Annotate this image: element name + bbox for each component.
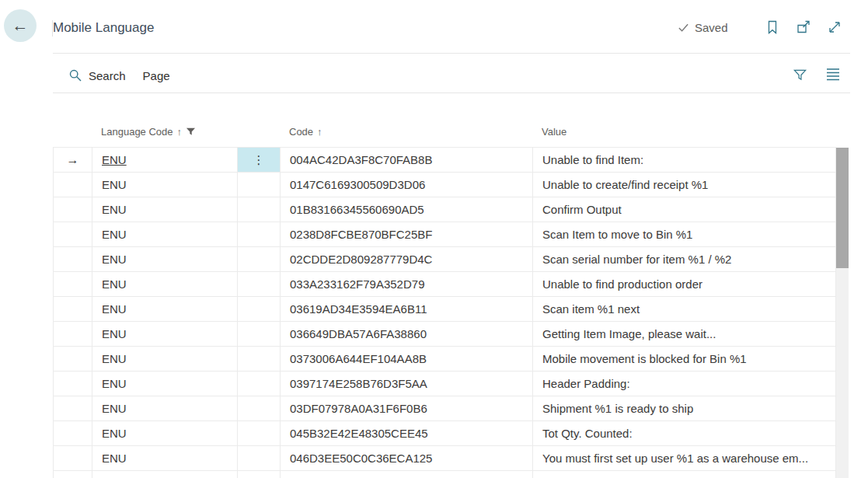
open-in-new-window-button[interactable] [796, 19, 811, 35]
language-code-cell[interactable]: ENU [92, 247, 237, 271]
row-selector-cell[interactable]: → [53, 173, 92, 197]
code-cell[interactable]: 0147C6169300509D3D06 [280, 173, 532, 197]
row-options-cell[interactable]: ⋮ [237, 272, 280, 296]
row-options-cell[interactable]: ⋮ [237, 297, 280, 321]
vertical-scrollbar[interactable] [836, 148, 849, 478]
table-row[interactable]: → ENU ⋮ 0147C6169300509D3D06 Unable to c… [53, 173, 836, 197]
row-options-cell[interactable]: ⋮ [237, 148, 280, 172]
table-row[interactable]: → ENU ⋮ 03619AD34E3594EA6B11 Scan item %… [53, 297, 836, 322]
row-selector-cell[interactable]: → [53, 471, 92, 478]
column-header-value[interactable]: Value [532, 117, 836, 147]
row-options-cell[interactable]: ⋮ [237, 197, 280, 222]
value-cell[interactable]: Mobile movement is blocked for Bin %1 [532, 347, 836, 371]
table-row[interactable]: → ENU ⋮ 047DA5F89C5FD0C484A3 Item %1 to … [53, 471, 836, 478]
value-cell[interactable]: Scan item %1 next [532, 297, 836, 321]
table-row[interactable]: → ENU ⋮ 0373006A644EF104AA8B Mobile move… [53, 347, 836, 372]
table-row[interactable]: → ENU ⋮ 0397174E258B76D3F5AA Header Padd… [53, 372, 836, 396]
table-row[interactable]: → ENU ⋮ 0238D8FCBE870BFC25BF Scan Item t… [53, 222, 836, 247]
value-cell[interactable]: Scan serial number for item %1 / %2 [532, 247, 836, 271]
search-icon [68, 68, 82, 82]
language-code-cell[interactable]: ENU [92, 396, 237, 420]
search-button[interactable]: Search [64, 67, 131, 84]
list-options-button[interactable] [825, 67, 841, 82]
scrollbar-thumb[interactable] [836, 148, 849, 268]
row-selector-cell[interactable]: → [53, 396, 92, 420]
table-row[interactable]: → ENU ⋮ 045B32E42E48305CEE45 Tot Qty. Co… [53, 421, 836, 446]
code-cell[interactable]: 033A233162F79A352D79 [280, 272, 532, 296]
back-button[interactable]: ← [4, 9, 37, 42]
bookmark-button[interactable] [765, 19, 780, 35]
row-options-cell[interactable]: ⋮ [237, 222, 280, 246]
row-selector-cell[interactable]: → [53, 247, 92, 271]
expand-fullscreen-button[interactable] [827, 19, 842, 35]
page-title: Mobile Language [53, 20, 154, 36]
code-cell[interactable]: 01B83166345560690AD5 [280, 197, 532, 222]
language-code-cell[interactable]: ENU [92, 421, 237, 445]
column-header-code[interactable]: Code ↑ [280, 117, 532, 147]
row-selector-cell[interactable]: → [53, 222, 92, 246]
code-cell[interactable]: 036649DBA57A6FA38860 [280, 322, 532, 346]
table-row[interactable]: → ENU ⋮ 033A233162F79A352D79 Unable to f… [53, 272, 836, 297]
value-cell[interactable]: Getting Item Image, please wait... [532, 322, 836, 346]
language-code-cell[interactable]: ENU [92, 272, 237, 296]
table-row[interactable]: → ENU ⋮ 046D3EE50C0C36ECA125 You must fi… [53, 446, 836, 471]
row-options-cell[interactable]: ⋮ [237, 421, 280, 445]
row-selector-cell[interactable]: → [53, 197, 92, 222]
row-options-cell[interactable]: ⋮ [237, 471, 280, 478]
code-cell[interactable]: 045B32E42E48305CEE45 [280, 421, 532, 445]
row-options-cell[interactable]: ⋮ [237, 446, 280, 470]
language-code-cell[interactable]: ENU [92, 347, 237, 371]
value-cell[interactable]: Shipment %1 is ready to ship [532, 396, 836, 420]
code-cell[interactable]: 03619AD34E3594EA6B11 [280, 297, 532, 321]
row-selector-cell[interactable]: → [53, 272, 92, 296]
row-selector-cell[interactable]: → [53, 446, 92, 470]
page-menu-button[interactable]: Page [138, 68, 175, 84]
language-code-cell[interactable]: ENU [92, 197, 237, 222]
language-code-cell[interactable]: ENU [92, 322, 237, 346]
value-cell[interactable]: Unable to create/find receipt %1 [532, 173, 836, 197]
value-cell[interactable]: Confirm Output [532, 197, 836, 222]
row-selector-cell[interactable]: → [53, 421, 92, 445]
code-cell[interactable]: 0397174E258B76D3F5AA [280, 372, 532, 396]
language-code-cell[interactable]: ENU [92, 471, 237, 478]
code-cell[interactable]: 0238D8FCBE870BFC25BF [280, 222, 532, 246]
value-cell[interactable]: Tot Qty. Counted: [532, 421, 836, 445]
value-cell[interactable]: Scan Item to move to Bin %1 [532, 222, 836, 246]
row-selector-cell[interactable]: → [53, 297, 92, 321]
row-options-cell[interactable]: ⋮ [237, 247, 280, 271]
table-row[interactable]: → ENU ⋮ 004AC42DA3F8C70FAB8B Unable to f… [53, 148, 836, 173]
language-code-cell[interactable]: ENU [92, 372, 237, 396]
row-options-cell[interactable]: ⋮ [237, 396, 280, 420]
code-cell[interactable]: 03DF07978A0A31F6F0B6 [280, 396, 532, 420]
code-cell[interactable]: 0373006A644EF104AA8B [280, 347, 532, 371]
code-cell[interactable]: 047DA5F89C5FD0C484A3 [280, 471, 532, 478]
table-row[interactable]: → ENU ⋮ 02CDDE2D809287779D4C Scan serial… [53, 247, 836, 272]
code-cell[interactable]: 004AC42DA3F8C70FAB8B [280, 148, 532, 172]
column-header-language-code[interactable]: Language Code ↑ [92, 117, 237, 147]
row-options-cell[interactable]: ⋮ [237, 347, 280, 371]
value-cell[interactable]: Header Padding: [532, 372, 836, 396]
language-code-cell[interactable]: ENU [92, 446, 237, 470]
language-code-cell[interactable]: ENU [92, 173, 237, 197]
row-selector-cell[interactable]: → [53, 148, 92, 172]
language-code-cell[interactable]: ENU [92, 222, 237, 246]
language-code-cell[interactable]: ENU [92, 297, 237, 321]
column-headers: Language Code ↑ Code ↑ Value [53, 117, 836, 147]
value-cell[interactable]: Unable to find production order [532, 272, 836, 296]
table-row[interactable]: → ENU ⋮ 036649DBA57A6FA38860 Getting Ite… [53, 322, 836, 347]
row-selector-cell[interactable]: → [53, 372, 92, 396]
table-row[interactable]: → ENU ⋮ 01B83166345560690AD5 Confirm Out… [53, 197, 836, 222]
value-cell[interactable]: You must first set up user %1 as a wareh… [532, 446, 836, 470]
row-options-cell[interactable]: ⋮ [237, 173, 280, 197]
code-cell[interactable]: 046D3EE50C0C36ECA125 [280, 446, 532, 470]
row-selector-cell[interactable]: → [53, 347, 92, 371]
row-options-cell[interactable]: ⋮ [237, 322, 280, 346]
row-selector-cell[interactable]: → [53, 322, 92, 346]
value-cell[interactable]: Unable to find Item: [532, 148, 836, 172]
table-row[interactable]: → ENU ⋮ 03DF07978A0A31F6F0B6 Shipment %1… [53, 396, 836, 421]
row-options-cell[interactable]: ⋮ [237, 372, 280, 396]
filter-button[interactable] [793, 67, 808, 82]
language-code-cell[interactable]: ENU [92, 148, 237, 172]
value-cell[interactable]: Item %1 to Bin %2 (%3/%5) was moved [532, 471, 836, 478]
code-cell[interactable]: 02CDDE2D809287779D4C [280, 247, 532, 271]
